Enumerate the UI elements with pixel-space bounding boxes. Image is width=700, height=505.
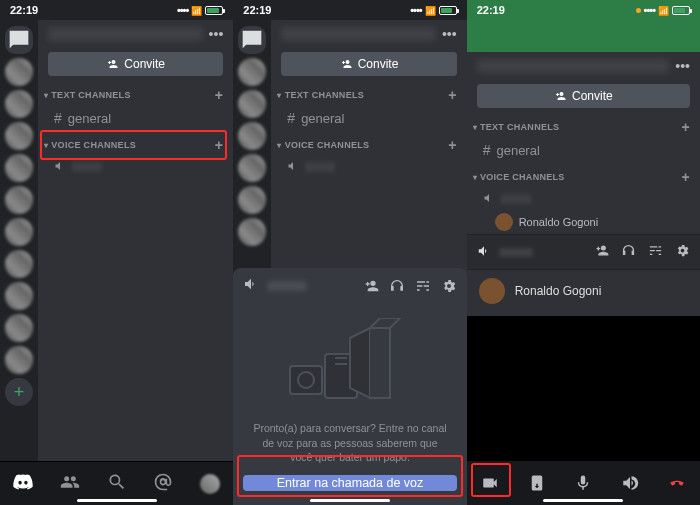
disconnect-button[interactable]	[668, 474, 686, 492]
invite-button[interactable]: Convite	[477, 84, 690, 108]
server-avatar[interactable]	[238, 122, 266, 150]
headphones-button[interactable]	[621, 243, 636, 261]
status-indicators	[410, 4, 456, 16]
status-bar: 22:19	[233, 0, 466, 20]
at-icon	[153, 472, 173, 492]
dm-button[interactable]	[5, 26, 33, 54]
server-name[interactable]	[281, 27, 436, 41]
text-channels-header[interactable]: ▾ TEXT CHANNELS +	[271, 80, 466, 106]
channel-general[interactable]: # general	[271, 106, 466, 130]
hash-icon: #	[54, 110, 62, 126]
signal-icon	[410, 4, 421, 16]
nav-profile[interactable]	[200, 474, 220, 494]
chevron-down-icon: ▾	[44, 91, 48, 100]
nav-mentions[interactable]	[153, 472, 173, 495]
speaker-icon	[483, 192, 495, 206]
server-name[interactable]	[48, 27, 203, 41]
speaker-icon	[287, 160, 299, 174]
settings-button[interactable]	[441, 278, 457, 294]
server-avatar[interactable]	[5, 186, 33, 214]
speaker-button[interactable]	[621, 474, 639, 492]
server-avatar[interactable]	[238, 218, 266, 246]
add-user-icon	[363, 278, 379, 294]
battery-icon	[672, 6, 690, 15]
voice-channel[interactable]	[271, 156, 466, 178]
text-channels-header[interactable]: ▾ TEXT CHANNELS +	[38, 80, 233, 106]
channel-general[interactable]: # general	[38, 106, 233, 130]
text-channels-header[interactable]: ▾ TEXT CHANNELS +	[467, 112, 700, 138]
add-text-channel-button[interactable]: +	[215, 88, 223, 102]
join-voice-button[interactable]: Entrar na chamada de voz	[243, 475, 456, 491]
nav-discord[interactable]	[13, 472, 33, 495]
server-avatar[interactable]	[5, 154, 33, 182]
channel-general[interactable]: # general	[467, 138, 700, 162]
voice-channel[interactable]	[467, 188, 700, 210]
nav-search[interactable]	[107, 472, 127, 495]
signal-icon	[177, 4, 188, 16]
recording-dot-icon	[636, 8, 641, 13]
video-icon	[481, 474, 499, 492]
voice-user[interactable]: Ronaldo Gogoni	[467, 210, 700, 234]
server-avatar[interactable]	[5, 218, 33, 246]
chevron-down-icon: ▾	[44, 141, 48, 150]
server-avatar[interactable]	[238, 58, 266, 86]
mute-button[interactable]	[574, 474, 592, 492]
noise-suppression-button[interactable]	[415, 278, 431, 294]
add-user-icon	[340, 58, 352, 70]
server-avatar[interactable]	[238, 90, 266, 118]
invite-button[interactable]: Convite	[48, 52, 223, 76]
status-indicators	[177, 4, 223, 16]
add-user-button[interactable]	[594, 243, 609, 261]
server-avatar[interactable]	[5, 58, 33, 86]
chevron-down-icon: ▾	[277, 91, 281, 100]
server-avatar[interactable]	[5, 282, 33, 310]
status-time: 22:19	[10, 4, 38, 16]
battery-icon	[439, 6, 457, 15]
svg-rect-0	[290, 366, 322, 394]
add-voice-channel-button[interactable]: +	[682, 170, 690, 184]
server-avatar[interactable]	[238, 186, 266, 214]
dm-button[interactable]	[238, 26, 266, 54]
headphones-icon	[389, 278, 405, 294]
invite-button[interactable]: Convite	[281, 52, 456, 76]
status-bar: 22:19	[467, 0, 700, 20]
server-avatar[interactable]	[5, 122, 33, 150]
add-user-button[interactable]	[363, 278, 379, 294]
settings-button[interactable]	[675, 243, 690, 261]
microphone-icon	[574, 474, 592, 492]
status-time: 22:19	[477, 4, 505, 16]
voice-channels-header[interactable]: ▾ VOICE CHANNELS +	[38, 130, 233, 156]
voice-channel-title	[267, 281, 354, 291]
speaker-out-icon	[621, 474, 639, 492]
add-text-channel-button[interactable]: +	[682, 120, 690, 134]
add-server-button[interactable]: +	[5, 378, 33, 406]
video-button[interactable]	[481, 474, 499, 492]
voice-channels-header[interactable]: ▾ VOICE CHANNELS +	[271, 130, 466, 156]
server-avatar[interactable]	[238, 154, 266, 182]
headphones-icon	[621, 243, 636, 258]
nav-friends[interactable]	[60, 472, 80, 495]
chat-bubble-icon	[238, 26, 266, 54]
wifi-icon	[425, 4, 436, 16]
add-text-channel-button[interactable]: +	[448, 88, 456, 102]
server-name[interactable]	[477, 59, 670, 73]
headphones-button[interactable]	[389, 278, 405, 294]
server-avatar[interactable]	[5, 250, 33, 278]
noise-suppression-button[interactable]	[648, 243, 663, 261]
wifi-icon	[658, 4, 669, 16]
server-more-button[interactable]: •••	[442, 26, 457, 42]
voice-channel-name	[72, 162, 102, 172]
server-avatar[interactable]	[5, 314, 33, 342]
add-voice-channel-button[interactable]: +	[215, 138, 223, 152]
server-more-button[interactable]: •••	[675, 58, 690, 74]
server-more-button[interactable]: •••	[209, 26, 224, 42]
speaker-icon	[477, 244, 491, 261]
participant-row[interactable]: Ronaldo Gogoni	[467, 270, 700, 312]
voice-channels-header[interactable]: ▾ VOICE CHANNELS +	[467, 162, 700, 188]
add-voice-channel-button[interactable]: +	[448, 138, 456, 152]
server-avatar[interactable]	[5, 90, 33, 118]
gear-icon	[675, 243, 690, 258]
server-avatar[interactable]	[5, 346, 33, 374]
screen-share-button[interactable]	[528, 474, 546, 492]
voice-channel[interactable]	[38, 156, 233, 178]
